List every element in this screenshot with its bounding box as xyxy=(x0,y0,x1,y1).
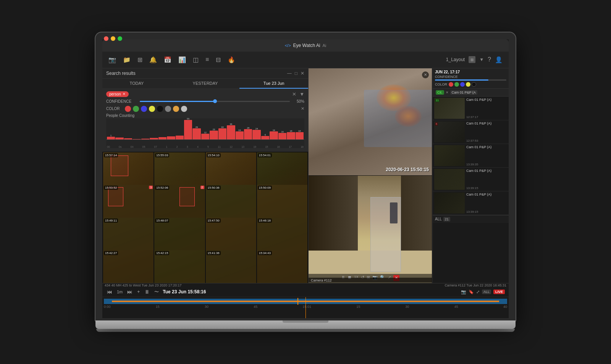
color-orange[interactable] xyxy=(173,106,179,112)
sidebar-color-yellow[interactable] xyxy=(466,82,470,87)
apps-icon[interactable]: ⊟ xyxy=(216,56,221,63)
timeline-playhead[interactable] xyxy=(297,298,298,305)
close-button[interactable] xyxy=(104,36,108,41)
cam-list-item-1[interactable]: 6 Cam 01 P&P (A) 12:37:53 xyxy=(433,120,509,144)
timeline-track[interactable] xyxy=(104,299,507,304)
minimize-button[interactable] xyxy=(111,36,115,41)
timeline-labels: 0:00 15 30 45 15:01 15 30 45 40 xyxy=(102,304,509,309)
calendar-icon[interactable]: 📅 xyxy=(164,56,171,63)
cam-list-item-4[interactable]: Cam 01 P&P (A) 13:39:15 xyxy=(433,191,509,215)
confidence-thumb[interactable] xyxy=(213,99,217,103)
thumb-item-0[interactable]: 15:57:14 xyxy=(103,152,154,190)
minus1m-button[interactable]: 1m xyxy=(116,290,123,294)
thumb-item-2[interactable]: 15:54:10 xyxy=(206,152,256,190)
expand-panel-icon[interactable]: □ xyxy=(295,71,297,76)
step-button[interactable]: + xyxy=(136,289,141,294)
color-silver[interactable] xyxy=(181,106,187,112)
color-black[interactable] xyxy=(157,106,163,112)
cam-time-1: 12:37:53 xyxy=(466,139,491,142)
fire-icon[interactable]: 🔥 xyxy=(228,56,235,63)
person-tag[interactable]: person ✕ xyxy=(106,91,129,97)
thumb-item-7[interactable]: 15:50:09 xyxy=(257,185,307,223)
sidebar-color-red[interactable] xyxy=(449,82,453,87)
filter-clear-icon[interactable]: ✕ xyxy=(292,91,296,97)
sidebar-color-dots xyxy=(449,82,476,87)
color-red[interactable] xyxy=(125,106,131,112)
confidence-row: CONFIDENCE 50% xyxy=(106,99,304,104)
timeline-container[interactable]: 0:00 15 30 45 15:01 15 30 45 40 xyxy=(102,297,509,318)
thumb-item-12[interactable]: 15:42:27 xyxy=(103,250,154,283)
sidebar-color-green[interactable] xyxy=(454,82,459,87)
cam-list-info-2: Cam 01 P&P (A) 13:39:35 xyxy=(466,145,491,166)
sidebar-color-black[interactable] xyxy=(472,82,476,87)
confidence-fill xyxy=(140,101,215,102)
cam-active-badge: Cit. xyxy=(436,90,444,95)
color-green[interactable] xyxy=(133,106,139,112)
cam-top-timestamp: 2020-06-23 15:50:15 xyxy=(386,167,429,172)
cam-name-4: Cam 01 P&P (A) xyxy=(466,193,491,196)
next-button[interactable]: ⏭ xyxy=(126,289,133,295)
camera-icon[interactable]: 📷 xyxy=(108,56,116,63)
color-clear-icon[interactable]: ✕ xyxy=(301,106,304,111)
waveform-button[interactable]: 〜 xyxy=(154,289,160,295)
tag-remove-icon[interactable]: ✕ xyxy=(123,92,126,96)
thumb-item-3[interactable]: 15:54:01 xyxy=(257,152,307,190)
cam-list-info-3: Cam 01 P&P (A) 13:39:15 xyxy=(466,169,491,190)
cam-list-item-3[interactable]: Cam 01 P&P (A) 13:39:15 xyxy=(433,168,509,191)
folder-icon[interactable]: 📁 xyxy=(123,56,131,63)
list-icon[interactable]: ≡ xyxy=(205,56,209,63)
thumb-item-5[interactable]: 15:52:06 2 xyxy=(154,185,205,223)
color-blue[interactable] xyxy=(141,106,147,112)
thumb-item-6[interactable]: 15:50:36 xyxy=(206,185,256,223)
thumb-item-9[interactable]: 15:48:07 xyxy=(154,218,205,256)
app-window: </> Eye Watch Ai Ai 📷 📁 ⊞ 🔔 📅 📊 ◫ ≡ ⊟ 🔥 xyxy=(102,39,509,318)
chevron-down-icon[interactable]: ▼ xyxy=(479,57,484,62)
cam-top-close-button[interactable]: ✕ xyxy=(422,71,429,78)
minimize-panel-icon[interactable]: — xyxy=(287,71,292,76)
book-icon[interactable]: 📊 xyxy=(178,56,186,63)
filter-expand-icon[interactable]: ▼ xyxy=(299,91,304,97)
prev-button[interactable]: ⏮ xyxy=(106,289,113,295)
fullscreen-icon[interactable]: ⤢ xyxy=(476,290,480,294)
help-icon[interactable]: ? xyxy=(488,56,491,63)
bar-col-17: 24 xyxy=(252,128,260,140)
grid-icon[interactable]: ⊞ xyxy=(137,56,142,63)
layout-grid-icon[interactable]: ⊞ xyxy=(469,56,475,63)
tab-date[interactable]: Tue 23 Jun xyxy=(239,79,308,89)
bell-icon[interactable]: 🔔 xyxy=(149,56,157,63)
thumb-item-8[interactable]: 15:49:11 xyxy=(103,218,154,256)
camera-main-bottom[interactable]: ⏸ ⏹ 1X ↺ ⊞ 📷 🔍 ⤢ ✕ Came xyxy=(309,176,432,283)
thumb-item-15[interactable]: 15:34:43 xyxy=(257,250,307,283)
maximize-button[interactable] xyxy=(118,36,122,41)
cam-list-info-4: Cam 01 P&P (A) 13:39:15 xyxy=(466,193,491,214)
thumb-time-1: 15:55:03 xyxy=(155,153,169,157)
tab-today[interactable]: TODAY xyxy=(102,79,171,89)
sidebar-confidence-label: CONFIDENCE xyxy=(435,75,506,79)
pause-button[interactable]: ⏸ xyxy=(144,289,150,295)
cam-list-item-0[interactable]: 11 Cam 01 P&P (A) 12:37:17 xyxy=(433,97,509,120)
cam-list-item-2[interactable]: Cam 01 P&P (A) 13:39:35 xyxy=(433,144,509,168)
color-yellow[interactable] xyxy=(149,106,155,112)
thumb-item-4[interactable]: 15:53:52 3 xyxy=(103,185,154,223)
thumb-item-13[interactable]: 15:42:15 xyxy=(154,250,205,283)
thumb-item-10[interactable]: 15:47:50 xyxy=(206,218,256,256)
camera-main-top[interactable]: 2020-06-23 15:50:15 ✕ xyxy=(309,68,432,176)
sidebar-color-blue[interactable] xyxy=(460,82,465,87)
user-icon[interactable]: 👤 xyxy=(495,56,503,63)
toggle-icon[interactable]: ◫ xyxy=(193,56,199,63)
bar-col-21: 18 xyxy=(287,130,295,140)
confidence-slider[interactable] xyxy=(140,101,290,102)
thumbnails-grid: 15:57:14 15:55:03 15:5 xyxy=(102,152,308,283)
tab-yesterday[interactable]: YESTERDAY xyxy=(171,79,240,89)
filter-area: person ✕ ✕ ▼ CONFIDENCE xyxy=(102,89,308,152)
thumb-time-3: 15:54:01 xyxy=(258,153,272,157)
thumb-item-11[interactable]: 15:46:18 xyxy=(257,218,307,256)
color-gray[interactable] xyxy=(165,106,171,112)
close-panel-icon[interactable]: ✕ xyxy=(301,71,304,76)
cam-icon-ctrl[interactable]: 📷 xyxy=(461,290,466,294)
thumb-item-14[interactable]: 15:41:36 xyxy=(206,250,256,283)
bookmark-icon[interactable]: 🔖 xyxy=(469,290,474,294)
thumb-item-1[interactable]: 15:55:03 xyxy=(154,152,205,190)
bar-chart: 1 xyxy=(106,118,304,145)
cam-thumb-0: 11 xyxy=(434,98,465,119)
